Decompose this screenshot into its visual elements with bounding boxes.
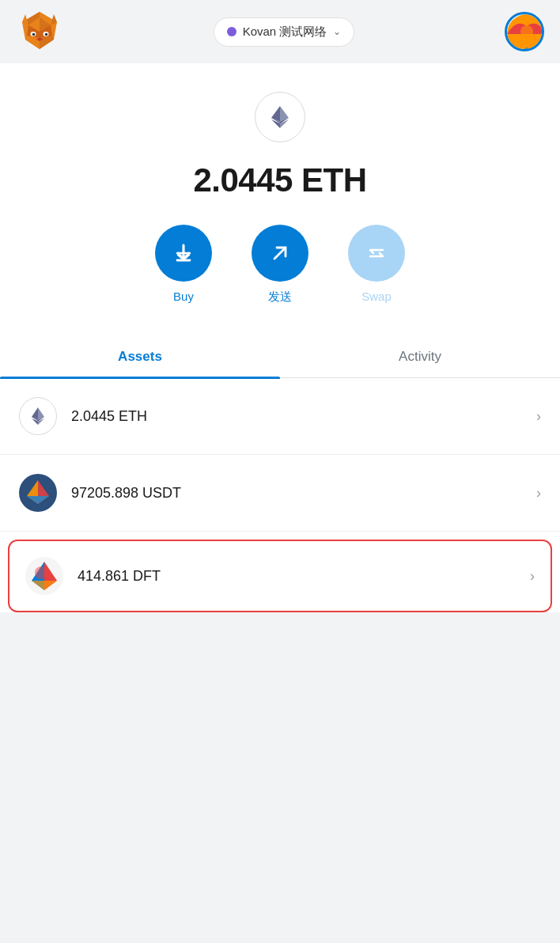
asset-item-usdt[interactable]: 97205.898 USDT › [0,455,560,532]
asset-item-dft[interactable]: 414.861 DFT › [8,540,552,612]
chevron-down-icon: ⌄ [333,26,341,37]
tabs-container: Assets Activity [0,336,560,378]
svg-marker-8 [40,36,54,49]
svg-marker-31 [38,407,44,420]
swap-action[interactable]: Swap [348,225,405,305]
network-dot [227,27,236,36]
svg-marker-7 [25,36,40,49]
dft-asset-info: 414.861 DFT [78,568,530,585]
metamask-logo [16,8,63,55]
network-selector[interactable]: Kovan 测试网络 ⌄ [214,17,355,47]
main-content: 2.0445 ETH Buy [0,63,560,612]
usdt-asset-info: 97205.898 USDT [71,485,536,502]
dft-amount: 414.861 DFT [78,568,161,584]
send-button[interactable] [252,225,308,282]
balance-display: 2.0445 ETH [0,155,560,225]
svg-marker-23 [271,106,280,122]
svg-marker-32 [32,407,38,420]
tab-assets[interactable]: Assets [0,336,280,377]
usdt-asset-icon [19,474,57,512]
account-avatar[interactable] [505,12,544,51]
dft-asset-icon [25,557,63,595]
eth-amount: 2.0445 ETH [71,408,147,424]
usdt-amount: 97205.898 USDT [71,485,181,501]
header: Kovan 测试网络 ⌄ [0,0,560,63]
svg-line-30 [274,248,286,259]
eth-asset-icon [19,397,57,435]
eth-icon-wrapper [0,63,560,155]
asset-item-eth[interactable]: 2.0445 ETH › [0,378,560,455]
buy-button[interactable] [155,225,212,282]
svg-point-16 [45,33,48,36]
usdt-chevron-icon: › [536,485,541,502]
buy-label: Buy [173,290,194,303]
buy-action[interactable]: Buy [155,225,212,305]
swap-label: Swap [361,290,392,303]
svg-point-21 [520,25,533,38]
svg-marker-22 [280,106,289,122]
asset-list: 2.0445 ETH › 97205.898 USDT › [0,378,560,612]
svg-point-15 [32,33,36,36]
swap-button[interactable] [348,225,405,282]
svg-point-39 [35,566,47,579]
eth-asset-info: 2.0445 ETH [71,408,536,425]
dft-chevron-icon: › [530,568,535,585]
eth-logo-circle [255,92,305,142]
send-label: 发送 [268,290,292,305]
action-buttons: Buy 发送 Swap [0,225,560,336]
eth-chevron-icon: › [536,408,541,425]
send-action[interactable]: 发送 [252,225,308,305]
network-name: Kovan 测试网络 [243,25,327,40]
tab-activity[interactable]: Activity [280,336,560,377]
